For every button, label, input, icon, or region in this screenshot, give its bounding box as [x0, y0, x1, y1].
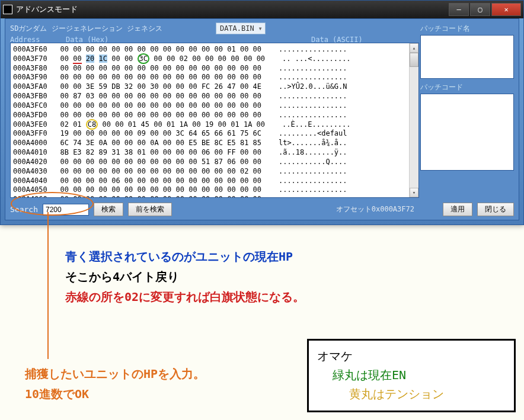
- hex-row[interactable]: 000A4040 00 00 00 00 06 00 00 00 00 00 0…: [13, 177, 416, 186]
- hex-row[interactable]: 000A3FB0 00 87 03 00 00 00 00 00 00 00 0…: [13, 92, 416, 101]
- hex-row[interactable]: 000A3F90 00 00 00 00 00 00 00 00 00 00 0…: [13, 73, 416, 82]
- search-label: Search: [10, 205, 38, 214]
- omake-box: オマケ 緑丸は現在EN 黄丸はテンション: [307, 339, 516, 412]
- close-dialog-button[interactable]: 閉じる: [477, 203, 514, 216]
- scroll-up-button[interactable]: ▴: [410, 43, 418, 53]
- file-dropdown[interactable]: DATA.BIN: [216, 23, 266, 34]
- client-area: SDガンダム ジージェネレーション ジェネシス DATA.BIN Address…: [5, 18, 519, 220]
- scrollbar[interactable]: ▴ ▾: [409, 43, 418, 197]
- annotation-main: 青く選択されているのがユニットの現在HP そこから4バイト戻り 赤線の所を02に…: [65, 246, 305, 307]
- maximize-button[interactable]: ▢: [470, 3, 490, 16]
- hex-row[interactable]: 000A4000 6C 74 3E 0A 00 00 00 0A 00 00 E…: [13, 139, 416, 148]
- hex-row[interactable]: 000A3FE0 02 01 C8 00 00 01 45 00 01 1A 0…: [13, 120, 416, 130]
- titlebar[interactable]: アドバンスモード — ▢ ✕: [1, 1, 523, 18]
- hex-row[interactable]: 000A3FC0 00 00 00 00 00 00 00 00 00 00 0…: [13, 101, 416, 111]
- hex-row[interactable]: 000A3F80 00 00 00 00 00 00 00 00 00 00 0…: [13, 64, 416, 73]
- annotation-line: [47, 212, 49, 359]
- patch-code-box[interactable]: [420, 94, 514, 171]
- hex-row[interactable]: 000A3FA0 00 00 3E 59 DB 32 00 30 00 00 0…: [13, 82, 416, 92]
- patch-name-label: パッチコード名: [420, 24, 514, 34]
- window-title: アドバンスモード: [16, 4, 78, 15]
- minimize-button[interactable]: —: [449, 3, 469, 16]
- offset-display: オフセット0x000A3F72: [336, 204, 414, 214]
- omake-title: オマケ: [317, 347, 506, 366]
- bottom-bar: Search 検索 前を検索 オフセット0x000A3F72 適用 閉じる: [10, 203, 514, 216]
- search-prev-button[interactable]: 前を検索: [128, 203, 172, 216]
- patch-name-box[interactable]: [420, 35, 514, 79]
- hex-row[interactable]: 000A4050 00 00 00 00 00 00 00 00 00 00 0…: [13, 185, 416, 195]
- hex-row[interactable]: 000A4060 00 00 00 00 00 00 00 00 00 00 0…: [13, 195, 416, 198]
- app-icon: [3, 5, 12, 14]
- scroll-thumb[interactable]: [410, 53, 418, 67]
- hex-row[interactable]: 000A3FD0 00 00 00 00 00 00 00 00 00 00 0…: [13, 111, 416, 120]
- right-panel: パッチコード名 パッチコード: [420, 23, 514, 171]
- omake-green: 緑丸は現在EN: [317, 366, 506, 384]
- patch-code-label: パッチコード: [420, 82, 514, 92]
- app-window: アドバンスモード — ▢ ✕ SDガンダム ジージェネレーション ジェネシス D…: [0, 0, 524, 225]
- hex-row[interactable]: 000A3F70 00 00 20 1C 00 00 3C 00 00 02 0…: [13, 54, 416, 64]
- hex-row[interactable]: 000A4020 00 00 00 00 00 00 00 00 00 00 0…: [13, 158, 416, 167]
- apply-button[interactable]: 適用: [443, 203, 472, 216]
- hex-row[interactable]: 000A4010 8B E3 82 89 31 38 01 00 00 00 0…: [13, 148, 416, 158]
- scroll-down-button[interactable]: ▾: [410, 188, 418, 197]
- annotation-orange: 捕獲したいユニットのHPを入力。 10進数でOK: [25, 364, 205, 404]
- game-title: SDガンダム ジージェネレーション ジェネシス: [10, 24, 162, 34]
- search-input[interactable]: [43, 204, 89, 216]
- hex-editor[interactable]: 000A3F60 00 00 00 00 00 00 00 00 00 00 0…: [10, 43, 419, 198]
- close-button[interactable]: ✕: [491, 3, 521, 16]
- omake-gold: 黄丸はテンション: [317, 384, 506, 403]
- hex-row[interactable]: 000A3F60 00 00 00 00 00 00 00 00 00 00 0…: [13, 45, 416, 54]
- hex-row[interactable]: 000A3FF0 19 00 00 00 00 00 09 00 00 3C 6…: [13, 129, 416, 139]
- search-button[interactable]: 検索: [94, 203, 123, 216]
- hex-row[interactable]: 000A4030 00 00 00 00 00 00 00 00 00 00 0…: [13, 167, 416, 177]
